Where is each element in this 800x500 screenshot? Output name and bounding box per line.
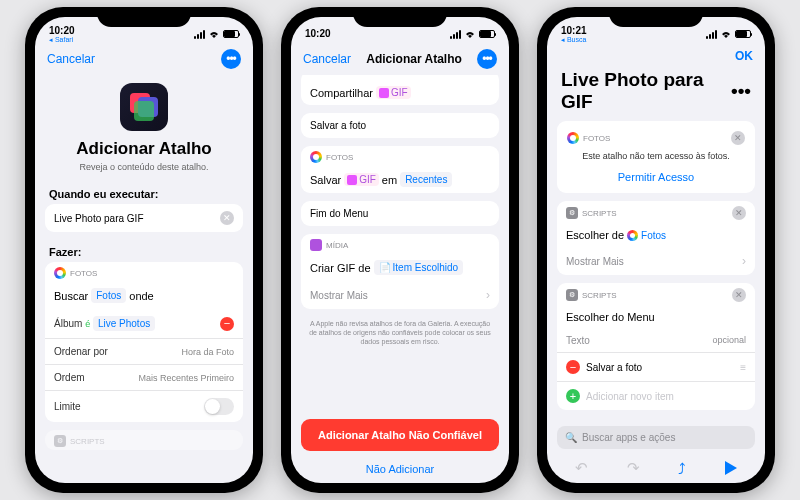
show-more-row[interactable]: Mostrar Mais› <box>557 247 755 275</box>
scripts-icon: ⚙ <box>566 207 578 219</box>
back-link[interactable]: ◂ Busca <box>561 36 587 43</box>
undo-icon: ↶ <box>575 459 588 477</box>
choose-from-card: ⚙SCRIPTS✕ Escolher de Fotos Mostrar Mais… <box>557 201 755 275</box>
shortcut-name: Live Photo para GIF <box>54 213 144 224</box>
more-button[interactable]: ••• <box>477 49 497 69</box>
page-title: Adicionar Atalho <box>45 139 243 159</box>
limit-toggle[interactable] <box>204 398 234 415</box>
choose-menu-card: ⚙SCRIPTS✕ Escolher do Menu Textoopcional… <box>557 283 755 410</box>
menu-item: Salvar a foto <box>301 113 499 138</box>
battery-icon <box>735 30 751 38</box>
battery-icon <box>223 30 239 38</box>
add-untrusted-button[interactable]: Adicionar Atalho Não Confiável <box>301 419 499 451</box>
notch <box>97 7 191 27</box>
create-gif-card: MÍDIA Criar GIF de📄 Item Escolhido Mostr… <box>301 234 499 309</box>
run-button[interactable] <box>725 461 737 475</box>
status-time: 10:20 <box>305 29 331 39</box>
delete-action-icon[interactable]: ✕ <box>731 131 745 145</box>
back-to-app[interactable]: ◂ Safari <box>49 36 75 43</box>
do-label: Fazer: <box>45 240 243 262</box>
search-input[interactable]: 🔍Buscar apps e ações <box>557 426 755 449</box>
chevron-right-icon: › <box>486 288 490 302</box>
gif-token[interactable]: GIF <box>376 86 411 99</box>
page-subtitle: Reveja o conteúdo deste atalho. <box>45 162 243 172</box>
album-row[interactable]: Álbum é Live Photos− <box>45 309 243 339</box>
signal-icon <box>194 30 205 39</box>
shortcut-title: Live Photo para GIF••• <box>557 69 755 121</box>
photos-icon <box>54 267 66 279</box>
warning-text: A Apple não revisa atalhos de fora da Ga… <box>301 317 499 352</box>
gif-token[interactable]: GIF <box>344 173 379 186</box>
share-card: CompartilharGIF <box>301 75 499 105</box>
access-warning-card: FOTOS✕ Este atalho não tem acesso às fot… <box>557 121 755 193</box>
signal-icon <box>450 30 461 39</box>
end-menu-card: Fim do Menu <box>301 201 499 226</box>
dont-add-button[interactable]: Não Adicionar <box>301 455 499 483</box>
sort-row[interactable]: Ordenar porHora da Foto <box>45 339 243 365</box>
nav-bar: Cancelar ••• <box>35 45 253 75</box>
wifi-icon <box>464 30 476 39</box>
photos-icon <box>310 151 322 163</box>
wifi-icon <box>208 30 220 39</box>
clear-icon[interactable]: ✕ <box>220 211 234 225</box>
more-button[interactable]: ••• <box>731 80 751 102</box>
show-more-row[interactable]: Mostrar Mais› <box>301 281 499 309</box>
hero: Adicionar Atalho Reveja o conteúdo deste… <box>45 75 243 182</box>
more-button[interactable]: ••• <box>221 49 241 69</box>
order-row[interactable]: OrdemMais Recentes Primeiro <box>45 365 243 391</box>
remove-filter-button[interactable]: − <box>220 317 234 331</box>
nav-title: Adicionar Atalho <box>366 52 462 66</box>
battery-icon <box>479 30 495 38</box>
chevron-right-icon: › <box>742 254 746 268</box>
limit-row[interactable]: Limite <box>45 391 243 422</box>
nav-bar: OK <box>547 45 765 69</box>
search-icon: 🔍 <box>565 432 577 443</box>
media-icon <box>310 239 322 251</box>
add-icon[interactable]: + <box>566 389 580 403</box>
add-item-row[interactable]: +Adicionar novo item <box>557 382 755 410</box>
shortcut-name-card: Live Photo para GIF✕ <box>45 204 243 232</box>
recents-token[interactable]: Recentes <box>400 172 452 187</box>
redo-icon: ↷ <box>627 459 640 477</box>
save-gif-card: FOTOS SalvarGIFemRecentes <box>301 146 499 193</box>
bottom-toolbar: ↶ ↷ ⤴ <box>557 453 755 483</box>
action-card-fotos: FOTOS Buscar Fotos onde Álbum é Live Pho… <box>45 262 243 422</box>
nav-bar: Cancelar Adicionar Atalho ••• <box>291 45 509 75</box>
photos-icon <box>627 230 638 241</box>
ok-button[interactable]: OK <box>735 49 753 63</box>
menu-item-1[interactable]: −Salvar a foto≡ <box>557 353 755 382</box>
scripts-icon: ⚙ <box>54 435 66 447</box>
status-time: 10:20 <box>49 26 75 36</box>
photos-token[interactable]: Fotos <box>91 288 126 303</box>
wifi-icon <box>720 30 732 39</box>
phone-2: 10:20 Cancelar Adicionar Atalho ••• Comp… <box>281 7 519 493</box>
phone-1: 10:20◂ Safari Cancelar ••• Adicionar Ata… <box>25 7 263 493</box>
notch <box>609 7 703 27</box>
text-row[interactable]: Textoopcional <box>557 329 755 353</box>
delete-action-icon[interactable]: ✕ <box>732 288 746 302</box>
shortcuts-app-icon <box>120 83 168 131</box>
allow-access-button[interactable]: Permitir Acesso <box>567 171 745 183</box>
delete-action-icon[interactable]: ✕ <box>732 206 746 220</box>
signal-icon <box>706 30 717 39</box>
notch <box>353 7 447 27</box>
remove-icon[interactable]: − <box>566 360 580 374</box>
chosen-item-token[interactable]: 📄 Item Escolhido <box>374 260 464 275</box>
cancel-button[interactable]: Cancelar <box>303 52 351 66</box>
scripts-icon: ⚙ <box>566 289 578 301</box>
save-photo-card: Salvar a foto <box>301 113 499 138</box>
cancel-button[interactable]: Cancelar <box>47 52 95 66</box>
status-time: 10:21 <box>561 26 587 36</box>
search-photos-row: Buscar Fotos onde <box>45 282 243 309</box>
share-icon[interactable]: ⤴ <box>678 460 686 477</box>
photos-icon <box>567 132 579 144</box>
phone-3: 10:21◂ Busca OK Live Photo para GIF••• F… <box>537 7 775 493</box>
when-label: Quando eu executar: <box>45 182 243 204</box>
